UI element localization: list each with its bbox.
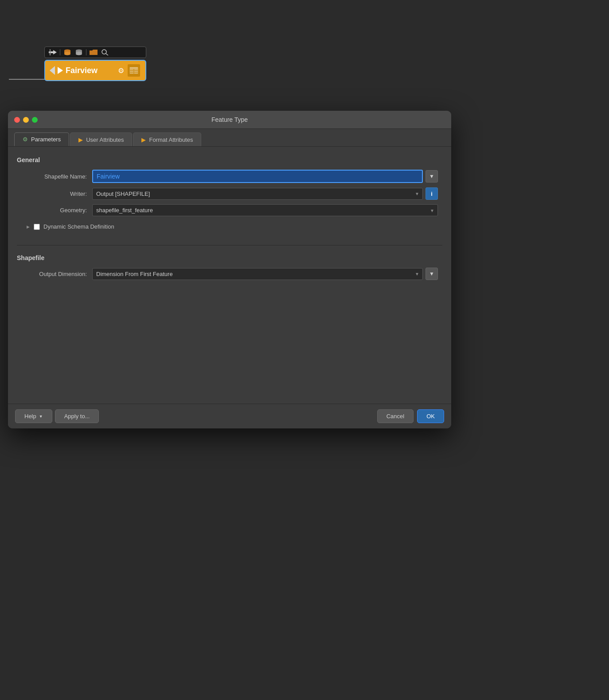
help-dropdown-arrow[interactable]: ▼ [39, 414, 43, 419]
writer-row: Writer: Output [SHAPEFILE] ▼ i [17, 187, 442, 200]
geometry-dropdown[interactable]: shapefile_first_feature [92, 204, 438, 216]
tab-parameters-label: Parameters [31, 136, 61, 143]
apply-to-button[interactable]: Apply to... [55, 409, 99, 423]
dynamic-schema-label: Dynamic Schema Definition [43, 223, 114, 230]
cancel-label: Cancel [386, 413, 404, 420]
node-table-icon[interactable] [127, 63, 141, 78]
transformer-node[interactable]: Fairview ⚙ [44, 47, 146, 81]
output-dimension-row: Output Dimension: Dimension From First F… [17, 268, 442, 280]
database-alt-icon[interactable] [74, 49, 83, 56]
svg-point-13 [102, 50, 106, 54]
minimize-button[interactable] [23, 117, 29, 123]
dialog-titlebar: Feature Type [8, 111, 451, 129]
canvas-area: Fairview ⚙ [0, 0, 609, 106]
tab-parameters[interactable]: ⚙ Parameters [14, 132, 69, 146]
geometry-controls: shapefile_first_feature ▼ [92, 204, 438, 216]
close-button[interactable] [14, 117, 20, 123]
user-attr-tab-icon: ▶ [78, 136, 83, 143]
svg-line-14 [106, 54, 108, 55]
output-dimension-dropdown[interactable]: Dimension From First Feature [92, 268, 423, 280]
shapefile-name-row: Shapefile Name: ▼ [17, 170, 442, 183]
svg-rect-0 [49, 51, 53, 53]
feature-type-dialog: Feature Type ⚙ Parameters ▶ User Attribu… [8, 111, 451, 428]
node-label: Fairview [66, 66, 118, 75]
output-dimension-dropdown-wrapper: Dimension From First Feature ▼ [92, 268, 423, 280]
shapefile-name-label: Shapefile Name: [21, 173, 92, 180]
shapefile-name-browse-button[interactable]: ▼ [426, 170, 438, 183]
ok-label: OK [426, 413, 435, 420]
svg-rect-22 [134, 73, 138, 74]
svg-rect-16 [130, 67, 138, 69]
import-icon[interactable] [48, 49, 57, 56]
svg-point-12 [76, 53, 82, 55]
dynamic-schema-expand[interactable]: ▶ [26, 225, 30, 229]
search-icon[interactable] [101, 49, 109, 56]
writer-dropdown-wrapper: Output [SHAPEFILE] ▼ [92, 188, 423, 200]
tab-user-attributes-label: User Attributes [86, 136, 124, 143]
divider-2 [86, 49, 86, 55]
output-dimension-controls: Dimension From First Feature ▼ ▼ [92, 268, 438, 280]
ok-button[interactable]: OK [417, 409, 444, 423]
shapefile-name-controls: ▼ [92, 170, 438, 183]
node-play-icon [58, 67, 63, 74]
traffic-lights [14, 117, 38, 123]
node-input-arrow [50, 66, 55, 75]
node-body[interactable]: Fairview ⚙ [44, 60, 146, 81]
help-label: Help [24, 413, 36, 420]
svg-rect-2 [50, 49, 51, 55]
output-dimension-button[interactable]: ▼ [426, 268, 438, 280]
footer-right: Cancel OK [377, 409, 444, 423]
footer-left: Help ▼ Apply to... [15, 409, 99, 423]
general-section-header: General [17, 156, 442, 163]
writer-controls: Output [SHAPEFILE] ▼ i [92, 187, 438, 200]
apply-label: Apply to... [64, 413, 90, 420]
cancel-button[interactable]: Cancel [377, 409, 414, 423]
svg-point-7 [64, 53, 70, 55]
shapefile-section: Shapefile Output Dimension: Dimension Fr… [17, 253, 442, 286]
folder-icon[interactable] [89, 49, 98, 56]
svg-rect-20 [134, 71, 138, 72]
geometry-label: Geometry: [21, 207, 92, 214]
dialog-content: General Shapefile Name: ▼ Writer: [8, 147, 451, 301]
shapefile-name-input[interactable] [92, 170, 423, 183]
dialog-title: Feature Type [211, 116, 248, 123]
writer-info-button[interactable]: i [426, 187, 438, 200]
dialog-footer: Help ▼ Apply to... Cancel OK [8, 404, 451, 428]
dialog-body: General Shapefile Name: ▼ Writer: [8, 147, 451, 404]
tab-format-attributes[interactable]: ▶ Format Attributes [133, 132, 201, 146]
dynamic-schema-row: ▶ Dynamic Schema Definition [17, 221, 442, 233]
writer-dropdown[interactable]: Output [SHAPEFILE] [92, 188, 423, 200]
svg-rect-21 [130, 73, 133, 74]
tab-user-attributes[interactable]: ▶ User Attributes [70, 132, 132, 146]
tab-format-attributes-label: Format Attributes [149, 136, 193, 143]
svg-marker-1 [53, 50, 57, 54]
svg-rect-17 [130, 69, 133, 70]
writer-label: Writer: [21, 191, 92, 197]
format-attr-tab-icon: ▶ [141, 136, 146, 143]
svg-rect-18 [134, 69, 138, 70]
tab-bar: ⚙ Parameters ▶ User Attributes ▶ Format … [8, 129, 451, 147]
help-button[interactable]: Help ▼ [15, 409, 52, 423]
gear-tab-icon: ⚙ [23, 136, 28, 143]
output-dimension-label: Output Dimension: [21, 271, 92, 277]
database-icon[interactable] [63, 49, 72, 56]
node-toolbar [44, 47, 146, 58]
maximize-button[interactable] [32, 117, 38, 123]
dynamic-schema-checkbox[interactable] [34, 224, 40, 230]
geometry-row: Geometry: shapefile_first_feature ▼ [17, 204, 442, 216]
svg-rect-19 [130, 71, 133, 72]
divider-1 [60, 49, 60, 55]
general-section: General Shapefile Name: ▼ Writer: [17, 155, 442, 238]
section-divider [17, 245, 442, 245]
node-gear-icon[interactable]: ⚙ [118, 66, 124, 75]
geometry-dropdown-wrapper: shapefile_first_feature ▼ [92, 204, 438, 216]
shapefile-section-header: Shapefile [17, 254, 442, 261]
